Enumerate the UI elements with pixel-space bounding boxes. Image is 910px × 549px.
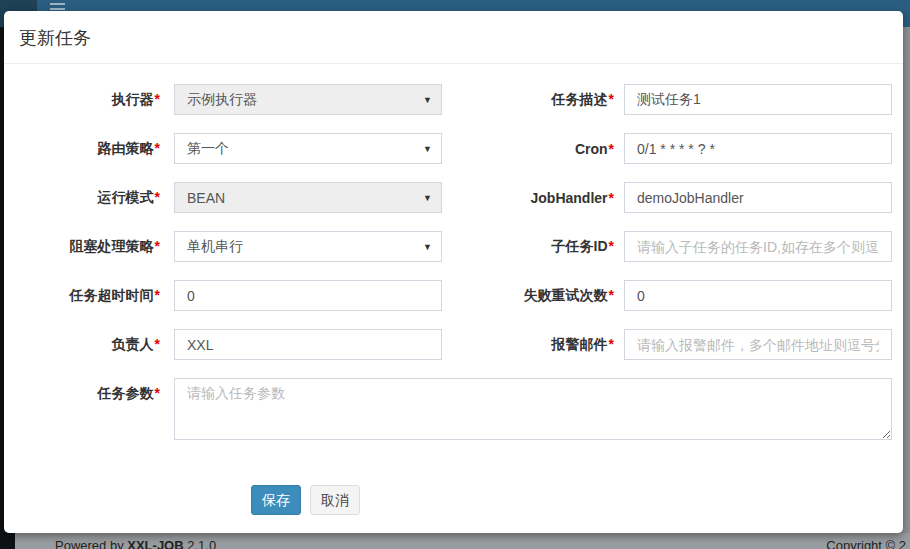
job-desc-input[interactable] xyxy=(624,84,892,115)
job-handler-input[interactable] xyxy=(624,182,892,213)
required-mark: * xyxy=(155,91,160,107)
executor-select: 示例执行器 ▼ xyxy=(174,84,442,115)
form-row: 任务参数* xyxy=(4,378,903,440)
timeout-label: 任务超时时间* xyxy=(18,287,174,305)
glue-type-select: BEAN ▼ xyxy=(174,182,442,213)
chevron-down-icon: ▼ xyxy=(423,193,432,203)
executor-select-value: 示例执行器 xyxy=(187,91,257,109)
job-handler-label: JobHandler* xyxy=(442,190,624,206)
required-mark: * xyxy=(609,190,614,206)
required-mark: * xyxy=(155,189,160,205)
child-jobid-label: 子任务ID* xyxy=(442,238,624,256)
required-mark: * xyxy=(609,287,614,303)
child-jobid-input[interactable] xyxy=(624,231,892,262)
author-label: 负责人* xyxy=(18,336,174,354)
footer-copyright-text: Copyright © 2 xyxy=(826,538,906,549)
modal-header: 更新任务 xyxy=(4,11,903,64)
modal-body: 执行器* 示例执行器 ▼ 任务描述* 路由策略* 第一个 ▼ Cron* 运行模… xyxy=(4,64,903,515)
alarm-email-input[interactable] xyxy=(624,329,892,360)
job-param-label: 任务参数* xyxy=(18,378,174,403)
required-mark: * xyxy=(155,336,160,352)
update-job-modal: 更新任务 执行器* 示例执行器 ▼ 任务描述* 路由策略* 第一个 ▼ Cron… xyxy=(4,11,903,533)
job-desc-label: 任务描述* xyxy=(442,91,624,109)
cron-label: Cron* xyxy=(442,141,624,157)
chevron-down-icon: ▼ xyxy=(423,144,432,154)
cron-input[interactable] xyxy=(624,133,892,164)
block-strategy-label: 阻塞处理策略* xyxy=(18,238,174,256)
chevron-down-icon: ▼ xyxy=(423,95,432,105)
required-mark: * xyxy=(155,385,160,401)
route-strategy-select-value: 第一个 xyxy=(187,140,229,158)
author-input[interactable] xyxy=(174,329,442,360)
save-button[interactable]: 保存 xyxy=(251,485,301,515)
form-row: 负责人* 报警邮件* xyxy=(4,329,903,360)
cancel-button[interactable]: 取消 xyxy=(310,485,360,515)
page-footer: Powered by XXL-JOB 2.1.0 Copyright © 2 xyxy=(15,533,910,549)
footer-powered-text: Powered by XXL-JOB 2.1.0 xyxy=(55,538,216,549)
button-row: 保存 取消 xyxy=(4,485,903,515)
required-mark: * xyxy=(609,238,614,254)
hamburger-bar xyxy=(50,8,65,10)
form-row: 任务超时时间* 失败重试次数* xyxy=(4,280,903,311)
chevron-down-icon: ▼ xyxy=(423,242,432,252)
required-mark: * xyxy=(609,141,614,157)
glue-type-label: 运行模式* xyxy=(18,189,174,207)
job-param-textarea[interactable] xyxy=(174,378,892,440)
glue-type-select-value: BEAN xyxy=(187,190,225,206)
form-row: 执行器* 示例执行器 ▼ 任务描述* xyxy=(4,84,903,115)
form-row: 路由策略* 第一个 ▼ Cron* xyxy=(4,133,903,164)
route-strategy-label: 路由策略* xyxy=(18,140,174,158)
fail-retry-input[interactable] xyxy=(624,280,892,311)
fail-retry-label: 失败重试次数* xyxy=(442,287,624,305)
hamburger-bar xyxy=(50,3,65,5)
modal-title: 更新任务 xyxy=(19,28,91,48)
block-strategy-select-value: 单机串行 xyxy=(187,238,243,256)
required-mark: * xyxy=(609,91,614,107)
alarm-email-label: 报警邮件* xyxy=(442,336,624,354)
block-strategy-select[interactable]: 单机串行 ▼ xyxy=(174,231,442,262)
timeout-input[interactable] xyxy=(174,280,442,311)
route-strategy-select[interactable]: 第一个 ▼ xyxy=(174,133,442,164)
form-row: 运行模式* BEAN ▼ JobHandler* xyxy=(4,182,903,213)
required-mark: * xyxy=(155,140,160,156)
required-mark: * xyxy=(155,238,160,254)
executor-label: 执行器* xyxy=(18,91,174,109)
form-row: 阻塞处理策略* 单机串行 ▼ 子任务ID* xyxy=(4,231,903,262)
required-mark: * xyxy=(609,336,614,352)
required-mark: * xyxy=(155,287,160,303)
